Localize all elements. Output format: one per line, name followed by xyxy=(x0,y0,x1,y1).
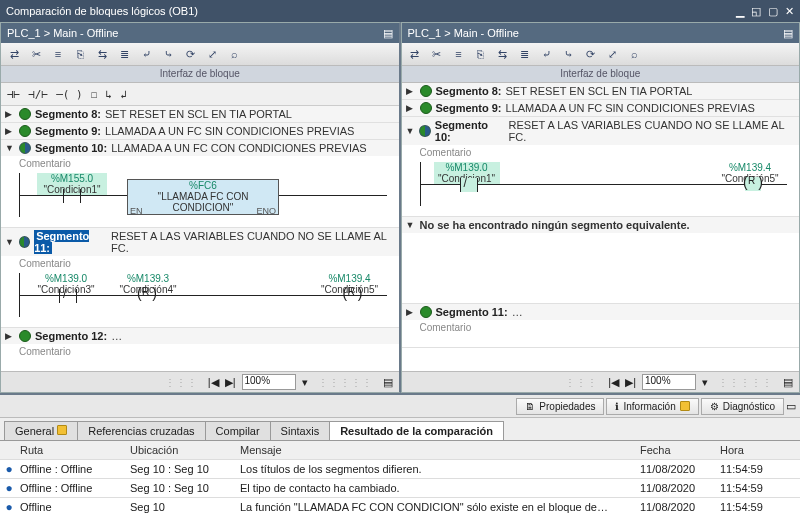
box-icon[interactable]: ☐ xyxy=(91,88,98,101)
reset-coil[interactable]: R xyxy=(345,288,361,302)
left-networks[interactable]: ▶Segmento 8:SET RESET EN SCL EN TIA PORT… xyxy=(1,106,399,371)
zoom-input[interactable]: 100% xyxy=(642,374,696,390)
no-contact-icon[interactable]: ⊣⊢ xyxy=(7,88,20,101)
app-window: Comparación de bloques lógicos (OB1) ▁ ◱… xyxy=(0,0,800,515)
tab-general[interactable]: General xyxy=(4,421,78,440)
tool-icon[interactable]: ⎘ xyxy=(71,45,89,63)
branch-open-icon[interactable]: ↳ xyxy=(105,88,112,101)
segment-10[interactable]: ▼Segmento 10:RESET A LAS VARIABLES CUAND… xyxy=(402,117,800,217)
close-icon[interactable]: ✕ xyxy=(785,5,794,17)
tool-icon[interactable]: ⌕ xyxy=(225,45,243,63)
restore-icon[interactable]: ◱ xyxy=(751,5,761,17)
minimize-icon[interactable]: ▁ xyxy=(736,5,744,17)
status-dot-icon xyxy=(420,306,432,318)
grid-row[interactable]: ●Offline : OfflineSeg 10 : Seg 10El tipo… xyxy=(0,479,800,498)
left-pane-header: PLC_1 > Main - Offline ▤ xyxy=(1,23,399,43)
nc-contact-icon[interactable]: ⊣/⊢ xyxy=(28,88,48,101)
segment-12: ▶Segmento 12:…Comentario xyxy=(1,328,399,371)
zoom-dropdown-icon[interactable]: ▾ xyxy=(702,376,708,389)
status-dot-icon xyxy=(19,142,31,154)
segment-11[interactable]: ▼Segmento 11:RESET A LAS VARIABLES CUAND… xyxy=(1,228,399,328)
tab-compilar[interactable]: Compilar xyxy=(205,421,271,440)
right-pane-header: PLC_1 > Main - Offline ▤ xyxy=(402,23,800,43)
segment-8: ▶Segmento 8:SET RESET EN SCL EN TIA PORT… xyxy=(402,83,800,100)
col-fecha[interactable]: Fecha xyxy=(640,444,720,456)
pane-pin-icon[interactable]: ▤ xyxy=(783,27,793,40)
tool-icon[interactable]: ⟳ xyxy=(181,45,199,63)
coil-icon[interactable]: ─( ) xyxy=(56,88,83,101)
nc-contact[interactable] xyxy=(460,178,478,192)
segment-10[interactable]: ▼Segmento 10:LLAMADA A UN FC CON CONDICI… xyxy=(1,140,399,228)
tab-propiedades[interactable]: 🗎Propiedades xyxy=(516,398,604,415)
tool-icon[interactable]: ≡ xyxy=(450,45,468,63)
reset-coil[interactable]: R xyxy=(745,177,761,191)
tool-icon[interactable]: ⤢ xyxy=(604,45,622,63)
tool-icon[interactable]: ⇆ xyxy=(494,45,512,63)
ladder-toolbar: ⊣⊢ ⊣/⊢ ─( ) ☐ ↳ ↲ xyxy=(1,83,399,106)
tool-icon[interactable]: ⇆ xyxy=(93,45,111,63)
tool-icon[interactable]: ⤶ xyxy=(137,45,155,63)
zoom-nav-icon[interactable]: |◀ xyxy=(208,376,219,389)
panel-collapse-icon[interactable]: ▭ xyxy=(786,400,796,413)
col-hora[interactable]: Hora xyxy=(720,444,800,456)
warning-badge-icon xyxy=(680,401,690,411)
status-dot-icon xyxy=(19,125,31,137)
tool-icon[interactable]: ✂ xyxy=(27,45,45,63)
col-ruta[interactable]: Ruta xyxy=(18,444,130,456)
tab-diagnostico[interactable]: ⚙Diagnóstico xyxy=(701,398,784,415)
left-pane: PLC_1 > Main - Offline ▤ ⇄ ✂ ≡ ⎘ ⇆ ≣ ⤶ ⤷… xyxy=(0,22,401,393)
grid-row[interactable]: ●Offline : OfflineSeg 10 : Seg 10Los tít… xyxy=(0,460,800,479)
tool-icon[interactable]: ≣ xyxy=(516,45,534,63)
tool-icon[interactable]: ✂ xyxy=(428,45,446,63)
zoom-input[interactable]: 100% xyxy=(242,374,296,390)
tab-resultado[interactable]: Resultado de la comparación xyxy=(329,421,504,440)
zoom-dropdown-icon[interactable]: ▾ xyxy=(302,376,308,389)
no-contact[interactable] xyxy=(63,189,81,203)
tool-icon[interactable]: ⤷ xyxy=(159,45,177,63)
right-toolbar: ⇄ ✂ ≡ ⎘ ⇆ ≣ ⤶ ⤷ ⟳ ⤢ ⌕ xyxy=(402,43,800,66)
rung: %M139.0"Condicion1" %M139.4"Condición5" … xyxy=(420,162,794,206)
tool-icon[interactable]: ⎘ xyxy=(472,45,490,63)
comment-label: Comentario xyxy=(420,147,794,158)
maximize-icon[interactable]: ▢ xyxy=(768,5,778,17)
right-pane: PLC_1 > Main - Offline ▤ ⇄ ✂ ≡ ⎘ ⇆ ≣ ⤶ ⤷… xyxy=(401,22,801,393)
segment-9: ▶Segmento 9:LLAMADA A UN FC SIN CONDICIO… xyxy=(402,100,800,117)
tool-icon[interactable]: ≡ xyxy=(49,45,67,63)
tool-icon[interactable]: ⤢ xyxy=(203,45,221,63)
branch-close-icon[interactable]: ↲ xyxy=(120,88,127,101)
layout-icon[interactable]: ▤ xyxy=(383,376,393,389)
tool-icon[interactable]: ⤷ xyxy=(560,45,578,63)
tool-icon[interactable]: ⟳ xyxy=(582,45,600,63)
zoom-nav-icon[interactable]: ▶| xyxy=(625,376,636,389)
tab-sintaxis[interactable]: Sintaxis xyxy=(270,421,331,440)
tool-icon[interactable]: ⌕ xyxy=(626,45,644,63)
col-ubicacion[interactable]: Ubicación xyxy=(130,444,240,456)
warning-badge-icon xyxy=(57,425,67,435)
no-equivalent-segment: ▼No se ha encontrado ningún segmento equ… xyxy=(402,217,800,304)
tab-informacion[interactable]: ℹInformación xyxy=(606,398,698,415)
tool-icon[interactable]: ⇄ xyxy=(5,45,23,63)
nc-contact[interactable] xyxy=(59,289,77,303)
left-zoombar: ⋮⋮⋮ |◀ ▶| 100% ▾ ⋮⋮⋮⋮⋮ ▤ xyxy=(1,371,399,392)
comparison-grid[interactable]: Ruta Ubicación Mensaje Fecha Hora ●Offli… xyxy=(0,441,800,515)
col-mensaje[interactable]: Mensaje xyxy=(240,444,640,456)
tool-icon[interactable]: ≣ xyxy=(115,45,133,63)
tab-referencias[interactable]: Referencias cruzadas xyxy=(77,421,205,440)
grid-row[interactable]: ●OfflineSeg 10La función "LLAMADA FC CON… xyxy=(0,498,800,515)
info-icon: ℹ xyxy=(615,401,619,412)
segment-9: ▶Segmento 9:LLAMADA A UN FC SIN CONDICIO… xyxy=(1,123,399,140)
info-icon: ● xyxy=(0,481,18,495)
left-pane-title: PLC_1 > Main - Offline xyxy=(7,27,118,39)
tool-icon[interactable]: ⇄ xyxy=(406,45,424,63)
layout-icon[interactable]: ▤ xyxy=(783,376,793,389)
fc-call-box[interactable]: %FC6 "LLAMADA FC CON CONDICION" ENENO xyxy=(127,179,279,215)
reset-coil[interactable]: R xyxy=(139,288,155,302)
selected-segment-label: Segmento 11: xyxy=(34,230,89,254)
right-networks[interactable]: ▶Segmento 8:SET RESET EN SCL EN TIA PORT… xyxy=(402,83,800,371)
zoom-nav-icon[interactable]: ▶| xyxy=(225,376,236,389)
comment-label: Comentario xyxy=(19,258,393,269)
zoom-nav-icon[interactable]: |◀ xyxy=(608,376,619,389)
status-dot-icon xyxy=(19,108,31,120)
pane-pin-icon[interactable]: ▤ xyxy=(383,27,393,40)
tool-icon[interactable]: ⤶ xyxy=(538,45,556,63)
